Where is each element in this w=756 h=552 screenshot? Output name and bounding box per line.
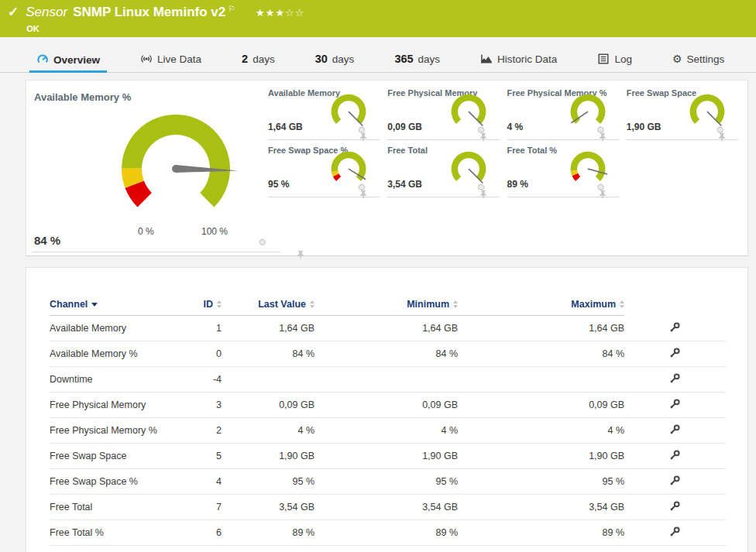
edit-channel-settings-icon[interactable] (669, 372, 681, 384)
pin-icon[interactable] (270, 238, 277, 247)
column-header-maximum[interactable]: Maximum (458, 299, 624, 316)
mini-gauge-value: 0,09 GB (387, 122, 422, 132)
column-label: Maximum (571, 299, 616, 310)
channel-row: Free Total % 6 89 % 89 % 89 % (50, 520, 726, 546)
historic-data-icon (480, 53, 493, 65)
mini-gauge-cell: Free Total % 89 % ⚙ (507, 142, 619, 197)
mini-gauge-value: 1,64 GB (268, 122, 303, 132)
mini-gauge-title: Free Total (387, 146, 428, 155)
mini-gauge-value: 95 % (268, 179, 289, 190)
tab-label: days (332, 53, 355, 65)
channel-minimum: 0,09 GB (314, 393, 458, 418)
tab-label: Settings (686, 53, 724, 65)
tab-label: Live Data (157, 53, 201, 65)
channel-maximum: 0,09 GB (458, 393, 624, 418)
mini-gauge-value: 3,54 GB (387, 179, 422, 190)
mini-gauge-value: 1,90 GB (627, 122, 662, 132)
log-icon (597, 53, 610, 65)
pin-icon[interactable] (369, 125, 376, 135)
column-label: Channel (50, 299, 88, 310)
mini-gauge-cell: Free Physical Memory 0,09 GB ⚙ (387, 85, 499, 140)
channel-minimum: 1,90 GB (314, 444, 458, 469)
sort-arrows-icon (217, 300, 222, 308)
priority-stars[interactable]: ★★★☆☆ (256, 5, 304, 21)
channel-maximum: 4 % (458, 418, 624, 444)
channel-row: Free Swap Space 5 1,90 GB 1,90 GB 1,90 G… (50, 444, 726, 469)
column-header-minimum[interactable]: Minimum (314, 299, 458, 316)
channel-minimum (314, 367, 458, 393)
channel-last-value: 84 % (222, 341, 314, 367)
edit-channel-settings-icon[interactable] (669, 347, 681, 358)
edit-channel-settings-icon[interactable] (669, 526, 681, 537)
pin-icon[interactable] (727, 125, 735, 135)
tab-label: Historic Data (497, 53, 557, 65)
gear-icon[interactable]: ⚙ (258, 238, 266, 247)
edit-channel-settings-icon[interactable] (669, 321, 681, 333)
channel-maximum: 84 % (458, 341, 624, 367)
pin-icon[interactable] (489, 183, 497, 192)
channel-id: 3 (177, 393, 222, 418)
object-kind-label: Sensor (26, 5, 67, 20)
edit-channel-settings-icon[interactable] (669, 475, 681, 486)
flag-icon[interactable]: ⚐ (228, 1, 235, 16)
channel-minimum: 1,64 GB (314, 316, 458, 341)
mini-gauge-value: 89 % (507, 179, 528, 190)
mini-gauge-cell: Free Swap Space 1,90 GB ⚙ (627, 85, 738, 140)
edit-channel-settings-icon[interactable] (669, 449, 681, 461)
channel-name: Free Physical Memory (50, 393, 177, 418)
channel-name: Free Swap Space % (50, 469, 177, 495)
tab-log[interactable]: Log (590, 53, 639, 72)
tab-historic-data[interactable]: Historic Data (473, 53, 564, 72)
column-header-id[interactable]: ID (177, 299, 222, 316)
live-data-icon (140, 53, 153, 65)
gauge-icon (36, 53, 49, 66)
column-header-last-value[interactable]: Last Value (222, 299, 314, 316)
channel-minimum: 3,54 GB (314, 495, 458, 520)
channel-id: -4 (177, 367, 222, 393)
tab-overview[interactable]: Overview (29, 53, 107, 73)
tab-settings[interactable]: ⚙Settings (665, 53, 731, 72)
edit-channel-settings-icon[interactable] (669, 398, 681, 410)
tab-number: 30 (315, 53, 328, 65)
primary-gauge-value: 84 % (34, 234, 60, 247)
status-check-icon: ✓ (8, 5, 19, 20)
mini-gauge-cell: Available Memory 1,64 GB ⚙ (268, 85, 380, 140)
channel-id: 6 (177, 520, 222, 546)
tab-365-days[interactable]: 365days (387, 53, 447, 72)
channel-name: Available Memory (50, 316, 177, 341)
channel-last-value (222, 367, 314, 393)
channel-last-value: 1,90 GB (222, 444, 314, 469)
tab-30-days[interactable]: 30days (308, 53, 362, 72)
channel-maximum (458, 367, 624, 393)
pin-icon[interactable] (489, 125, 497, 135)
channel-row: Free Physical Memory % 2 4 % 4 % 4 % (50, 418, 726, 444)
mini-gauge-value: 4 % (507, 122, 524, 132)
channel-maximum: 3,54 GB (458, 495, 624, 520)
pin-icon[interactable] (608, 183, 616, 192)
channel-last-value: 3,54 GB (222, 495, 314, 520)
sensor-status-text: OK (26, 24, 304, 33)
sort-arrows-icon (620, 300, 624, 308)
channel-name: Free Swap Space (50, 444, 177, 469)
pin-icon[interactable] (369, 183, 376, 192)
column-header-channel[interactable]: Channel (50, 299, 177, 316)
sort-arrows-icon (91, 303, 98, 307)
channel-row: Free Physical Memory 3 0,09 GB 0,09 GB 0… (50, 393, 726, 418)
column-label: Minimum (407, 299, 449, 310)
channels-table: ChannelIDLast ValueMinimumMaximum Availa… (50, 299, 726, 546)
mini-gauge-cell: Free Swap Space % 95 % ⚙ (268, 142, 380, 197)
edit-channel-settings-icon[interactable] (669, 500, 681, 512)
mini-gauge-cell: Free Total 3,54 GB ⚙ (387, 142, 499, 197)
tab-bar: OverviewLive Data2days30days365daysHisto… (0, 37, 756, 73)
tab-live-data[interactable]: Live Data (133, 53, 208, 72)
tab-2-days[interactable]: 2days (235, 53, 282, 72)
channel-last-value: 1,64 GB (222, 316, 314, 341)
pin-icon[interactable] (608, 125, 616, 135)
primary-gauge-cell: Available Memory % 0 % 100 % 84 % ⚙ (33, 85, 280, 252)
page-content: Available Memory % 0 % 100 % 84 % ⚙ Avai… (0, 73, 756, 552)
gauge-axis-min-label: 0 % (138, 226, 154, 237)
channel-minimum: 95 % (314, 469, 458, 495)
gauge-axis-max-label: 100 % (201, 226, 228, 237)
channel-last-value: 89 % (222, 520, 314, 546)
edit-channel-settings-icon[interactable] (669, 423, 681, 435)
